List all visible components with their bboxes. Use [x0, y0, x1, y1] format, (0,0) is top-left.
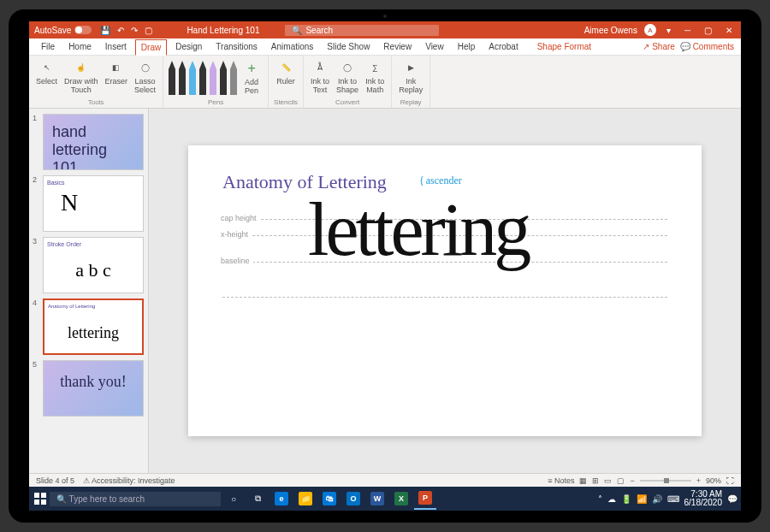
ink-to-shape-button[interactable]: ◯Ink to Shape	[335, 58, 360, 96]
store-icon[interactable]: 🛍	[318, 488, 341, 510]
autosave-toggle[interactable]: AutoSave	[34, 26, 92, 35]
ink-text-icon: A̐	[312, 60, 328, 75]
tab-design[interactable]: Design	[170, 39, 207, 54]
pen-black-4[interactable]	[220, 61, 227, 95]
lasso-icon: ◯	[138, 60, 153, 75]
taskbar-date[interactable]: 6/18/2020	[684, 499, 723, 507]
workspace: 1 hand lettering101 2 BasicsN 3 Stroke O…	[29, 109, 741, 473]
search-box[interactable]: 🔍 Search	[285, 25, 439, 36]
lasso-button[interactable]: ◯Lasso Select	[133, 58, 157, 96]
tab-shape-format[interactable]: Shape Format	[532, 39, 596, 54]
eraser-button[interactable]: ◧Eraser	[104, 58, 130, 87]
ink-shape-icon: ◯	[340, 60, 355, 75]
pen-purple[interactable]	[210, 61, 216, 95]
pen-black-3[interactable]	[199, 61, 206, 95]
notifications-icon[interactable]: 💬	[727, 494, 737, 504]
volume-icon[interactable]: 🔊	[652, 494, 662, 504]
maximize-icon[interactable]: ▢	[701, 26, 715, 35]
present-icon[interactable]: ▢	[145, 26, 152, 35]
search-icon: 🔍	[292, 26, 302, 35]
normal-view-icon[interactable]: ▦	[579, 476, 587, 485]
word-icon[interactable]: W	[366, 488, 388, 510]
tab-insert[interactable]: Insert	[100, 39, 132, 54]
tray-chevron-icon[interactable]: ˄	[598, 494, 602, 504]
share-button[interactable]: ↗ Share	[643, 42, 674, 51]
eraser-icon: ◧	[109, 60, 124, 75]
statusbar: Slide 4 of 5 ⚠ Accessibility: Investigat…	[29, 473, 741, 487]
add-pen-button[interactable]: +Add Pen	[240, 59, 263, 97]
undo-icon[interactable]: ↶	[117, 26, 124, 35]
battery-icon[interactable]: 🔋	[621, 494, 631, 504]
close-icon[interactable]: ✕	[722, 26, 736, 35]
ink-replay-button[interactable]: ▶Ink Replay	[397, 58, 424, 96]
slide-thumbnails: 1 hand lettering101 2 BasicsN 3 Stroke O…	[29, 109, 149, 473]
pen-black[interactable]	[169, 61, 175, 95]
tab-review[interactable]: Review	[378, 39, 417, 54]
tab-acrobat[interactable]: Acrobat	[483, 39, 523, 54]
comments-button[interactable]: 💬 Comments	[680, 42, 734, 51]
reading-view-icon[interactable]: ▭	[604, 476, 612, 485]
redo-icon[interactable]: ↷	[131, 26, 138, 35]
zoom-out-icon[interactable]: −	[630, 476, 634, 485]
current-slide: Anatomy of Lettering cap height x-height…	[188, 145, 702, 436]
pen-black-2[interactable]	[179, 61, 186, 95]
outlook-icon[interactable]: O	[342, 488, 364, 510]
tab-file[interactable]: File	[36, 39, 60, 54]
ink-to-math-button[interactable]: ∑Ink to Math	[364, 58, 386, 96]
svg-rect-5	[41, 499, 46, 505]
user-avatar[interactable]: A	[644, 24, 656, 36]
user-name[interactable]: Aimee Owens	[584, 26, 637, 35]
thumbnail-5[interactable]: thank you!	[43, 360, 144, 417]
cortana-icon[interactable]: ○	[222, 488, 245, 510]
lettering-word: lettering	[308, 186, 528, 273]
thumbnail-1[interactable]: hand lettering101	[43, 114, 144, 170]
draw-touch-button[interactable]: ☝Draw with Touch	[62, 58, 100, 96]
thumbnail-2[interactable]: BasicsN	[43, 175, 144, 232]
ink-to-text-button[interactable]: A̐Ink to Text	[309, 58, 331, 96]
slide-counter[interactable]: Slide 4 of 5	[36, 476, 74, 485]
start-button[interactable]	[33, 491, 48, 506]
select-button[interactable]: ↖Select	[34, 58, 59, 87]
slideshow-view-icon[interactable]: ▢	[617, 476, 625, 485]
zoom-slider[interactable]	[640, 480, 691, 482]
svg-point-1	[75, 27, 82, 33]
windows-taskbar: 🔍 Type here to search ○ ⧉ e 📁 🛍 O W X P …	[29, 487, 741, 511]
cursor-icon: ↖	[39, 60, 55, 75]
zoom-in-icon[interactable]: +	[696, 476, 701, 485]
pen-blue[interactable]	[189, 61, 196, 95]
thumbnail-4[interactable]: Anatomy of Letteringlettering	[43, 299, 144, 355]
ruler-button[interactable]: 📏Ruler	[275, 58, 297, 87]
tab-view[interactable]: View	[420, 39, 449, 54]
minimize-icon[interactable]: ─	[681, 26, 694, 35]
edge-icon[interactable]: e	[270, 488, 293, 510]
ribbon-options-icon[interactable]: ▾	[663, 26, 674, 35]
explorer-icon[interactable]: 📁	[294, 488, 317, 510]
zoom-level[interactable]: 90%	[706, 476, 721, 485]
powerpoint-icon[interactable]: P	[414, 488, 436, 510]
excel-icon[interactable]: X	[390, 488, 412, 510]
save-icon[interactable]: 💾	[100, 26, 110, 35]
wifi-icon[interactable]: 📶	[637, 494, 647, 504]
fit-window-icon[interactable]: ⛶	[726, 476, 734, 485]
tab-animations[interactable]: Animations	[266, 39, 318, 54]
tab-transitions[interactable]: Transitions	[210, 39, 263, 54]
sorter-view-icon[interactable]: ⊞	[592, 476, 599, 485]
tab-slideshow[interactable]: Slide Show	[322, 39, 375, 54]
onedrive-icon[interactable]: ☁	[607, 494, 616, 504]
accessibility-checker[interactable]: ⚠ Accessibility: Investigate	[83, 476, 175, 485]
thumbnail-3[interactable]: Stroke Ordera b c	[43, 237, 144, 293]
tab-help[interactable]: Help	[453, 39, 481, 54]
input-icon[interactable]: ⌨	[667, 494, 679, 504]
tab-draw[interactable]: Draw	[135, 39, 167, 56]
taskbar-search[interactable]: 🔍 Type here to search	[50, 492, 221, 506]
document-title: Hand Lettering 101	[187, 26, 259, 35]
ascender-annotation: ascender	[419, 174, 462, 187]
slide-canvas[interactable]: Anatomy of Lettering cap height x-height…	[149, 109, 741, 473]
notes-button[interactable]: ≡ Notes	[548, 476, 574, 485]
replay-icon: ▶	[403, 60, 418, 75]
tab-home[interactable]: Home	[63, 39, 97, 54]
group-label: Pens	[208, 98, 223, 106]
task-view-icon[interactable]: ⧉	[246, 488, 269, 510]
ink-math-icon: ∑	[367, 60, 382, 75]
pen-gray[interactable]	[230, 61, 237, 95]
